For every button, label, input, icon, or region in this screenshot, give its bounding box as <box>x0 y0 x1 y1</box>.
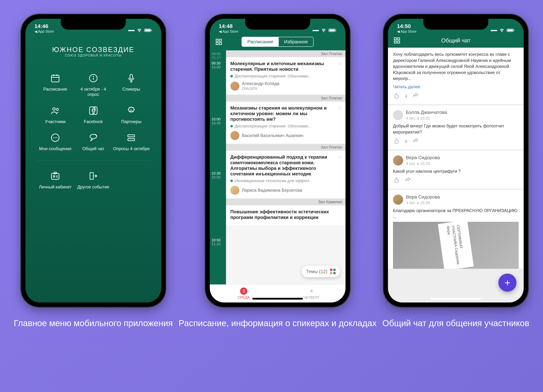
themes-filter-button[interactable]: Темы (12) <box>302 266 340 277</box>
like-button[interactable] <box>393 177 400 185</box>
phone-main-menu: 14:46 ◀ App Store ••••• ЮЖНОЕ СОЗВЕЗДИЕ … <box>21 14 165 307</box>
room-label: Зал Камелия <box>226 199 345 205</box>
notch <box>61 19 126 30</box>
chat-message[interactable]: Хочу поблагодарить весь оргкомитет конгр… <box>388 48 524 104</box>
calendar-icon <box>49 72 62 84</box>
home-indicator[interactable] <box>252 298 303 300</box>
status-time: 14:48 <box>219 23 238 29</box>
microphone-icon <box>125 72 138 84</box>
svg-rect-41 <box>394 41 396 43</box>
svg-rect-31 <box>336 30 336 31</box>
day-tabs: 3 СРЕДА 4 ЧЕТВЕРГ <box>210 285 345 302</box>
status-time: 14:50 <box>397 23 416 29</box>
event-card[interactable]: Повышение эффективности эстетических про… <box>226 205 345 226</box>
time-column: 09:0009:30 09:3010:00 10:0010:30 10:3010… <box>210 50 226 285</box>
caption-3: Общий чат для общения участников <box>382 318 529 329</box>
back-to-appstore[interactable]: ◀ App Store <box>397 29 416 34</box>
app-logo: ЮЖНОЕ СОЗВЕЗДИЕ СОЮЗ ЗДОРОВЬЯ И КРАСОТЫ <box>25 46 161 57</box>
svg-rect-1 <box>145 29 150 31</box>
new-message-fab[interactable]: + <box>498 274 516 292</box>
back-to-appstore[interactable]: ◀ App Store <box>34 29 54 34</box>
share-button[interactable] <box>405 177 411 185</box>
back-to-appstore[interactable]: ◀ App Store <box>219 29 238 34</box>
list-icon <box>125 131 138 144</box>
like-button[interactable] <box>393 92 400 101</box>
svg-rect-30 <box>329 29 335 31</box>
menu-partners[interactable]: % Партнеры <box>112 104 150 124</box>
svg-rect-38 <box>514 30 514 31</box>
menu-my-messages[interactable]: Мои сообщения <box>36 131 74 151</box>
user-avatar <box>393 110 403 120</box>
chat-image-attachment[interactable]: СЕРТИФИКАТ УЧАСТНИКА Сидорова Вера <box>393 222 519 269</box>
svg-rect-39 <box>394 38 396 40</box>
room-label: Зал Платан <box>226 50 345 57</box>
favorite-star-icon[interactable]: ☆ <box>338 154 342 160</box>
day-tab-wednesday[interactable]: 3 СРЕДА <box>210 285 278 302</box>
svg-rect-32 <box>216 39 218 41</box>
users-icon <box>49 104 62 117</box>
like-button[interactable] <box>393 138 400 146</box>
chat-message[interactable]: Бэлла Джанчатова4 окт. в 15:31 Добрый ве… <box>388 105 524 149</box>
grid-view-button[interactable] <box>215 38 222 45</box>
phone-schedule: 14:48 ◀ App Store ••••• Расписание Избра… <box>205 14 350 307</box>
schedule-tabs: Расписание Избранное <box>242 37 314 47</box>
svg-rect-2 <box>151 30 152 31</box>
id-card-icon <box>49 170 62 182</box>
svg-rect-24 <box>54 172 57 174</box>
battery-icon <box>507 28 515 34</box>
grid-view-button[interactable] <box>393 37 401 44</box>
event-card[interactable]: ☆ Дифференцированный подход к терапии си… <box>226 151 345 199</box>
favorite-star-icon[interactable]: ☆ <box>338 105 342 111</box>
svg-point-13 <box>53 107 55 110</box>
svg-rect-22 <box>128 139 135 141</box>
user-avatar <box>393 195 403 205</box>
svg-point-20 <box>57 137 57 138</box>
battery-icon <box>328 28 336 34</box>
svg-rect-33 <box>219 39 221 41</box>
event-card[interactable]: ☆ Механизмы старения на молекулярном и к… <box>226 102 345 144</box>
svg-rect-10 <box>130 74 132 79</box>
menu-profile[interactable]: Личный кабинет <box>36 170 74 190</box>
svg-rect-35 <box>219 42 221 45</box>
svg-point-19 <box>55 137 56 138</box>
menu-chat[interactable]: Общий чат <box>74 131 112 151</box>
facebook-icon <box>87 104 100 117</box>
chat-message[interactable]: Вера Сидорова4 окт. в 15:26 Какой угол н… <box>388 151 524 188</box>
svg-rect-3 <box>51 75 59 82</box>
wifi-icon <box>499 28 504 34</box>
home-indicator[interactable] <box>430 298 481 300</box>
status-time: 14:46 <box>34 23 54 29</box>
day-tab-thursday[interactable]: 4 ЧЕТВЕРГ <box>278 285 345 302</box>
svg-rect-34 <box>216 42 218 45</box>
favorite-star-icon[interactable]: ☆ <box>338 61 342 67</box>
message-icon <box>49 131 62 144</box>
svg-rect-42 <box>397 41 400 43</box>
share-button[interactable] <box>413 138 419 146</box>
menu-participants[interactable]: Участники <box>36 104 74 124</box>
menu-facebook[interactable]: Facebook <box>74 104 112 124</box>
share-button[interactable] <box>413 92 419 101</box>
tab-schedule[interactable]: Расписание <box>242 37 278 46</box>
divider <box>36 160 150 161</box>
caption-2: Расписание, информация о спикерах и докл… <box>179 318 377 329</box>
badge-icon: % <box>125 104 138 117</box>
chat-message[interactable]: Вера Сидорова4 окт. в 15:25 Благодарю ор… <box>388 190 524 269</box>
signal-icon: ••••• <box>312 28 319 34</box>
svg-rect-37 <box>507 29 513 31</box>
menu-polls[interactable]: Опросы 4 октября <box>112 131 150 151</box>
event-card[interactable]: ☆ Молекулярные и клеточные механизмы ста… <box>226 57 345 95</box>
speaker-avatar <box>230 186 239 195</box>
svg-rect-23 <box>51 174 59 179</box>
tab-favorites[interactable]: Избранное <box>279 37 313 46</box>
menu-speakers[interactable]: Спикеры <box>112 72 150 97</box>
menu-schedule[interactable]: Расписание <box>36 72 74 97</box>
chat-title: Общий чат <box>401 37 511 44</box>
read-more-link[interactable]: Читать далее <box>393 84 519 90</box>
info-icon <box>87 72 100 84</box>
room-label: Зал Платан <box>226 95 345 102</box>
menu-polls-today[interactable]: 4 октября - 4 опрос <box>74 72 112 97</box>
menu-other-event[interactable]: Другое событие <box>74 170 112 190</box>
notch <box>245 19 310 30</box>
svg-rect-28 <box>90 173 93 179</box>
wifi-icon <box>321 28 326 34</box>
